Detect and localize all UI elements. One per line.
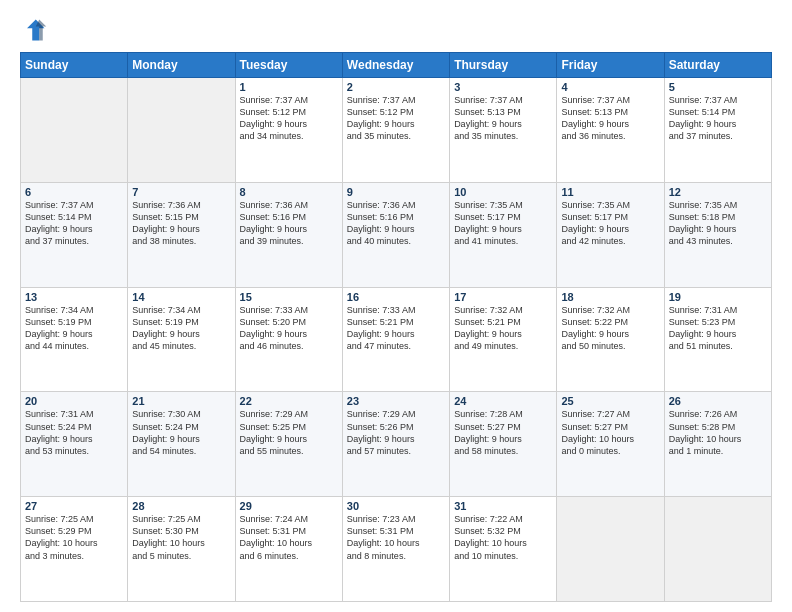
day-number: 23: [347, 395, 445, 407]
calendar-cell: 8Sunrise: 7:36 AM Sunset: 5:16 PM Daylig…: [235, 182, 342, 287]
cell-content: Sunrise: 7:28 AM Sunset: 5:27 PM Dayligh…: [454, 408, 552, 457]
day-header-tuesday: Tuesday: [235, 53, 342, 78]
cell-content: Sunrise: 7:36 AM Sunset: 5:15 PM Dayligh…: [132, 199, 230, 248]
day-header-friday: Friday: [557, 53, 664, 78]
cell-content: Sunrise: 7:27 AM Sunset: 5:27 PM Dayligh…: [561, 408, 659, 457]
cell-content: Sunrise: 7:37 AM Sunset: 5:13 PM Dayligh…: [561, 94, 659, 143]
day-number: 17: [454, 291, 552, 303]
calendar-cell: 26Sunrise: 7:26 AM Sunset: 5:28 PM Dayli…: [664, 392, 771, 497]
calendar-cell: 29Sunrise: 7:24 AM Sunset: 5:31 PM Dayli…: [235, 497, 342, 602]
cell-content: Sunrise: 7:29 AM Sunset: 5:25 PM Dayligh…: [240, 408, 338, 457]
header: [20, 16, 772, 44]
day-header-thursday: Thursday: [450, 53, 557, 78]
calendar-cell: 16Sunrise: 7:33 AM Sunset: 5:21 PM Dayli…: [342, 287, 449, 392]
calendar-cell: 2Sunrise: 7:37 AM Sunset: 5:12 PM Daylig…: [342, 78, 449, 183]
logo-icon: [20, 16, 48, 44]
day-header-wednesday: Wednesday: [342, 53, 449, 78]
logo: [20, 16, 52, 44]
calendar-cell: 24Sunrise: 7:28 AM Sunset: 5:27 PM Dayli…: [450, 392, 557, 497]
calendar-cell: 12Sunrise: 7:35 AM Sunset: 5:18 PM Dayli…: [664, 182, 771, 287]
cell-content: Sunrise: 7:36 AM Sunset: 5:16 PM Dayligh…: [347, 199, 445, 248]
week-row-5: 27Sunrise: 7:25 AM Sunset: 5:29 PM Dayli…: [21, 497, 772, 602]
day-number: 27: [25, 500, 123, 512]
cell-content: Sunrise: 7:31 AM Sunset: 5:24 PM Dayligh…: [25, 408, 123, 457]
day-number: 18: [561, 291, 659, 303]
calendar-cell: 9Sunrise: 7:36 AM Sunset: 5:16 PM Daylig…: [342, 182, 449, 287]
cell-content: Sunrise: 7:37 AM Sunset: 5:13 PM Dayligh…: [454, 94, 552, 143]
calendar-cell: 19Sunrise: 7:31 AM Sunset: 5:23 PM Dayli…: [664, 287, 771, 392]
cell-content: Sunrise: 7:37 AM Sunset: 5:12 PM Dayligh…: [347, 94, 445, 143]
cell-content: Sunrise: 7:33 AM Sunset: 5:20 PM Dayligh…: [240, 304, 338, 353]
day-number: 3: [454, 81, 552, 93]
day-number: 25: [561, 395, 659, 407]
calendar-cell: 28Sunrise: 7:25 AM Sunset: 5:30 PM Dayli…: [128, 497, 235, 602]
day-number: 12: [669, 186, 767, 198]
cell-content: Sunrise: 7:34 AM Sunset: 5:19 PM Dayligh…: [25, 304, 123, 353]
week-row-4: 20Sunrise: 7:31 AM Sunset: 5:24 PM Dayli…: [21, 392, 772, 497]
calendar-cell: 17Sunrise: 7:32 AM Sunset: 5:21 PM Dayli…: [450, 287, 557, 392]
day-number: 24: [454, 395, 552, 407]
day-header-monday: Monday: [128, 53, 235, 78]
day-number: 26: [669, 395, 767, 407]
day-number: 20: [25, 395, 123, 407]
day-number: 30: [347, 500, 445, 512]
calendar-cell: 18Sunrise: 7:32 AM Sunset: 5:22 PM Dayli…: [557, 287, 664, 392]
cell-content: Sunrise: 7:30 AM Sunset: 5:24 PM Dayligh…: [132, 408, 230, 457]
calendar-cell: 21Sunrise: 7:30 AM Sunset: 5:24 PM Dayli…: [128, 392, 235, 497]
cell-content: Sunrise: 7:37 AM Sunset: 5:14 PM Dayligh…: [25, 199, 123, 248]
calendar-cell: 15Sunrise: 7:33 AM Sunset: 5:20 PM Dayli…: [235, 287, 342, 392]
calendar-cell: 4Sunrise: 7:37 AM Sunset: 5:13 PM Daylig…: [557, 78, 664, 183]
calendar-cell: 5Sunrise: 7:37 AM Sunset: 5:14 PM Daylig…: [664, 78, 771, 183]
week-row-1: 1Sunrise: 7:37 AM Sunset: 5:12 PM Daylig…: [21, 78, 772, 183]
day-number: 14: [132, 291, 230, 303]
page: SundayMondayTuesdayWednesdayThursdayFrid…: [0, 0, 792, 612]
day-number: 5: [669, 81, 767, 93]
day-number: 19: [669, 291, 767, 303]
calendar-cell: [128, 78, 235, 183]
day-number: 6: [25, 186, 123, 198]
calendar-cell: 20Sunrise: 7:31 AM Sunset: 5:24 PM Dayli…: [21, 392, 128, 497]
cell-content: Sunrise: 7:37 AM Sunset: 5:12 PM Dayligh…: [240, 94, 338, 143]
day-number: 11: [561, 186, 659, 198]
calendar-cell: [21, 78, 128, 183]
calendar-cell: 3Sunrise: 7:37 AM Sunset: 5:13 PM Daylig…: [450, 78, 557, 183]
cell-content: Sunrise: 7:25 AM Sunset: 5:30 PM Dayligh…: [132, 513, 230, 562]
cell-content: Sunrise: 7:35 AM Sunset: 5:17 PM Dayligh…: [561, 199, 659, 248]
cell-content: Sunrise: 7:25 AM Sunset: 5:29 PM Dayligh…: [25, 513, 123, 562]
day-number: 28: [132, 500, 230, 512]
cell-content: Sunrise: 7:26 AM Sunset: 5:28 PM Dayligh…: [669, 408, 767, 457]
calendar-cell: [664, 497, 771, 602]
day-number: 9: [347, 186, 445, 198]
calendar-cell: 30Sunrise: 7:23 AM Sunset: 5:31 PM Dayli…: [342, 497, 449, 602]
cell-content: Sunrise: 7:31 AM Sunset: 5:23 PM Dayligh…: [669, 304, 767, 353]
day-header-sunday: Sunday: [21, 53, 128, 78]
calendar-cell: 13Sunrise: 7:34 AM Sunset: 5:19 PM Dayli…: [21, 287, 128, 392]
calendar-cell: 6Sunrise: 7:37 AM Sunset: 5:14 PM Daylig…: [21, 182, 128, 287]
day-number: 7: [132, 186, 230, 198]
calendar-cell: 23Sunrise: 7:29 AM Sunset: 5:26 PM Dayli…: [342, 392, 449, 497]
week-row-2: 6Sunrise: 7:37 AM Sunset: 5:14 PM Daylig…: [21, 182, 772, 287]
day-number: 15: [240, 291, 338, 303]
day-of-week-row: SundayMondayTuesdayWednesdayThursdayFrid…: [21, 53, 772, 78]
day-number: 31: [454, 500, 552, 512]
cell-content: Sunrise: 7:32 AM Sunset: 5:22 PM Dayligh…: [561, 304, 659, 353]
cell-content: Sunrise: 7:34 AM Sunset: 5:19 PM Dayligh…: [132, 304, 230, 353]
cell-content: Sunrise: 7:37 AM Sunset: 5:14 PM Dayligh…: [669, 94, 767, 143]
calendar-cell: 1Sunrise: 7:37 AM Sunset: 5:12 PM Daylig…: [235, 78, 342, 183]
day-number: 4: [561, 81, 659, 93]
calendar-body: 1Sunrise: 7:37 AM Sunset: 5:12 PM Daylig…: [21, 78, 772, 602]
cell-content: Sunrise: 7:33 AM Sunset: 5:21 PM Dayligh…: [347, 304, 445, 353]
cell-content: Sunrise: 7:35 AM Sunset: 5:17 PM Dayligh…: [454, 199, 552, 248]
day-number: 22: [240, 395, 338, 407]
day-number: 8: [240, 186, 338, 198]
calendar-cell: [557, 497, 664, 602]
calendar-cell: 22Sunrise: 7:29 AM Sunset: 5:25 PM Dayli…: [235, 392, 342, 497]
calendar-cell: 25Sunrise: 7:27 AM Sunset: 5:27 PM Dayli…: [557, 392, 664, 497]
day-number: 21: [132, 395, 230, 407]
week-row-3: 13Sunrise: 7:34 AM Sunset: 5:19 PM Dayli…: [21, 287, 772, 392]
day-number: 16: [347, 291, 445, 303]
day-number: 1: [240, 81, 338, 93]
day-number: 10: [454, 186, 552, 198]
calendar-cell: 27Sunrise: 7:25 AM Sunset: 5:29 PM Dayli…: [21, 497, 128, 602]
cell-content: Sunrise: 7:24 AM Sunset: 5:31 PM Dayligh…: [240, 513, 338, 562]
